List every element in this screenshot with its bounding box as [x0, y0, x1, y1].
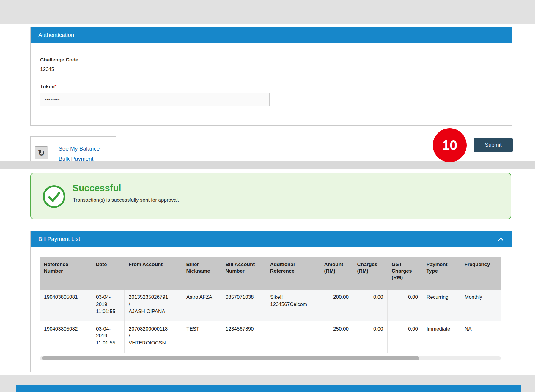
table-cell: Recurring: [422, 290, 460, 321]
token-label: Token: [40, 84, 55, 89]
horizontal-scrollbar[interactable]: [40, 356, 501, 360]
authentication-panel-header: Authentication: [31, 27, 512, 43]
table-cell: TEST: [182, 321, 221, 353]
token-input[interactable]: [40, 93, 270, 106]
table-cell: Immediate: [422, 321, 460, 353]
column-header: Reference Number: [40, 257, 92, 290]
table-cell: 0857071038: [221, 290, 266, 321]
token-required-asterisk: *: [55, 84, 56, 89]
bill-payment-list-panel: Bill Payment List Reference Number Date: [30, 231, 512, 372]
column-header: Frequency: [460, 257, 501, 290]
table-cell: 20135235026791 / AJASH OIPANA: [125, 290, 182, 321]
submit-button[interactable]: Submit: [474, 138, 513, 152]
table-cell: 0.00: [388, 290, 422, 321]
authentication-panel: Authentication Challenge Code 12345 Toke…: [30, 27, 512, 126]
refresh-button[interactable]: ↻: [35, 146, 48, 159]
table-cell: [266, 321, 320, 353]
success-check-icon: [42, 185, 66, 210]
refresh-icon: ↻: [38, 148, 45, 158]
table-cell: Astro AFZA: [182, 290, 221, 321]
table-cell: 20708200000118 / VHTEROIOCSN: [125, 321, 182, 353]
table-cell: 1234567890: [221, 321, 266, 353]
column-header: Biller Nickname: [182, 257, 221, 290]
success-alert: Successful Transaction(s) is successfull…: [30, 173, 511, 219]
authentication-panel-title: Authentication: [38, 32, 74, 38]
column-header: Additional Reference: [266, 257, 320, 290]
table-header-row: Reference Number Date From Account Bille…: [40, 257, 501, 290]
table-cell: 0.00: [353, 321, 388, 353]
middle-separator-band: [0, 161, 535, 169]
table-cell: 0.00: [388, 321, 422, 353]
challenge-code-value: 12345: [40, 67, 503, 72]
table-cell: 250.00: [320, 321, 353, 353]
page: Authentication Challenge Code 12345 Toke…: [0, 0, 535, 392]
top-separator-band: [0, 0, 535, 24]
collapse-chevron-up-icon[interactable]: [498, 237, 504, 241]
table-cell: 03-04-2019 11:01:55: [92, 321, 125, 353]
step-10-annotation-badge: 10: [433, 128, 467, 162]
table-row: 190403805082 03-04-2019 11:01:55 2070820…: [40, 321, 501, 353]
table-cell: 200.00: [320, 290, 353, 321]
table-cell: 190403805082: [40, 321, 92, 353]
table-cell: 190403805081: [40, 290, 92, 321]
bill-payment-list-body: Reference Number Date From Account Bille…: [31, 247, 512, 372]
bill-payment-list-header: Bill Payment List: [31, 231, 512, 247]
success-message: Transaction(s) is successfully sent for …: [73, 197, 179, 203]
link-see-my-balance[interactable]: See My Balance: [59, 144, 100, 154]
column-header: Bill Account Number: [221, 257, 266, 290]
table-row: 190403805081 03-04-2019 11:01:55 2013523…: [40, 290, 501, 321]
table-cell: Sike!! 1234567Celcom: [266, 290, 320, 321]
column-header: GST Charges (RM): [388, 257, 422, 290]
success-title: Successful: [73, 183, 121, 194]
table-cell: 0.00: [353, 290, 388, 321]
authentication-panel-body: Challenge Code 12345 Token*: [31, 43, 512, 125]
table-cell: NA: [460, 321, 501, 353]
column-header: Date: [92, 257, 125, 290]
next-section-header-partial: [16, 385, 521, 392]
column-header: Charges (RM): [353, 257, 388, 290]
column-header: Payment Type: [422, 257, 460, 290]
challenge-code-label: Challenge Code: [40, 57, 503, 63]
column-header: From Account: [125, 257, 182, 290]
scrollbar-thumb[interactable]: [42, 356, 419, 360]
column-header: Amount (RM): [320, 257, 353, 290]
table-cell: 03-04-2019 11:01:55: [92, 290, 125, 321]
bill-payment-list-title: Bill Payment List: [38, 236, 80, 242]
bill-payment-table: Reference Number Date From Account Bille…: [40, 257, 501, 353]
table-cell: Monthly: [460, 290, 501, 321]
